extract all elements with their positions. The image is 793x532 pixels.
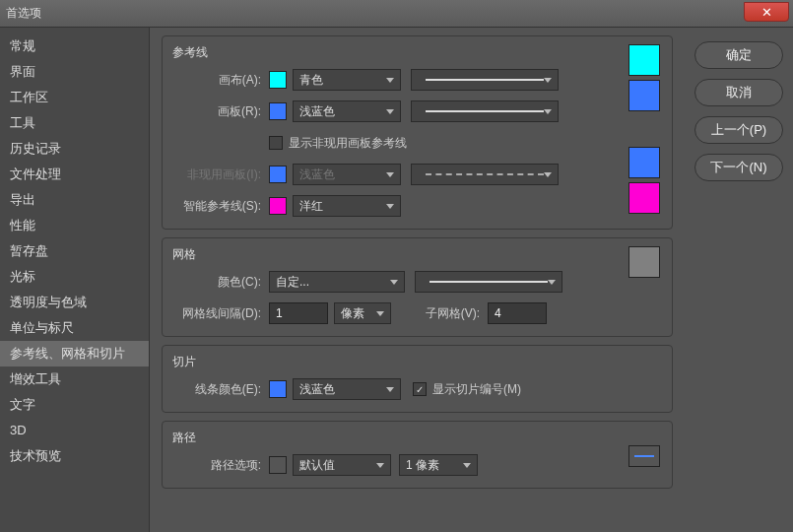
show-inactive-label: 显示非现用画板参考线 xyxy=(289,135,407,152)
inactive-line-style xyxy=(411,164,559,185)
path-options-label: 路径选项: xyxy=(172,457,261,474)
next-button[interactable]: 下一个(N) xyxy=(694,154,783,181)
path-preview xyxy=(628,445,660,467)
guides-section: 参考线 画布(A): 青色 画板(R): 浅蓝色 显示非现用画板参考线 xyxy=(162,35,673,230)
sidebar-item-1[interactable]: 界面 xyxy=(0,59,149,85)
slice-swatch[interactable] xyxy=(269,380,287,398)
subdiv-label: 子网格(V): xyxy=(411,305,480,322)
show-inactive-checkbox[interactable] xyxy=(269,136,283,150)
sidebar-item-13[interactable]: 增效工具 xyxy=(0,366,149,392)
canvas-big-swatch[interactable] xyxy=(628,44,660,76)
artboard-line-style[interactable] xyxy=(411,100,559,122)
inactive-select: 浅蓝色 xyxy=(293,164,401,185)
artboard-swatch[interactable] xyxy=(269,102,287,120)
sidebar-item-2[interactable]: 工作区 xyxy=(0,85,149,110)
button-column: 确定 取消 上一个(P) 下一个(N) xyxy=(685,28,793,532)
grid-line-style[interactable] xyxy=(415,271,562,293)
smart-big-swatch[interactable] xyxy=(628,182,660,214)
slices-section: 切片 线条颜色(E): 浅蓝色 ✓ 显示切片编号(M) xyxy=(162,345,673,413)
inactive-big-swatch[interactable] xyxy=(628,147,660,178)
sidebar-item-7[interactable]: 性能 xyxy=(0,213,149,238)
show-inactive-row: 显示非现用画板参考线 xyxy=(172,132,662,154)
gridline-label: 网格线间隔(D): xyxy=(172,305,261,322)
guides-title: 参考线 xyxy=(172,44,662,61)
sidebar-item-6[interactable]: 导出 xyxy=(0,187,149,213)
grid-color-label: 颜色(C): xyxy=(172,274,261,291)
smart-select[interactable]: 洋红 xyxy=(293,195,401,217)
sidebar-item-4[interactable]: 历史记录 xyxy=(0,136,149,162)
path-thickness-select[interactable]: 1 像素 xyxy=(399,454,478,476)
show-slice-numbers-checkbox[interactable]: ✓ xyxy=(413,382,427,396)
grid-big-swatch[interactable] xyxy=(628,246,660,278)
inactive-label: 非现用画板(I): xyxy=(172,166,261,183)
path-swatch[interactable] xyxy=(269,456,287,474)
canvas-select[interactable]: 青色 xyxy=(293,69,401,91)
window-title: 首选项 xyxy=(6,5,41,22)
slice-color-select[interactable]: 浅蓝色 xyxy=(293,378,401,400)
gridline-input[interactable] xyxy=(269,302,328,324)
content: 参考线 画布(A): 青色 画板(R): 浅蓝色 显示非现用画板参考线 xyxy=(150,28,685,532)
sidebar-item-11[interactable]: 单位与标尺 xyxy=(0,315,149,341)
main: 常规界面工作区工具历史记录文件处理导出性能暂存盘光标透明度与色域单位与标尺参考线… xyxy=(0,28,793,532)
smart-label: 智能参考线(S): xyxy=(172,198,261,215)
sidebar-item-16[interactable]: 技术预览 xyxy=(0,443,149,469)
gridline-row: 网格线间隔(D): 像素 子网格(V): xyxy=(172,302,662,324)
slice-color-row: 线条颜色(E): 浅蓝色 ✓ 显示切片编号(M) xyxy=(172,378,662,400)
canvas-swatch[interactable] xyxy=(269,71,287,89)
canvas-label: 画布(A): xyxy=(172,72,261,89)
artboard-select[interactable]: 浅蓝色 xyxy=(293,100,401,122)
artboard-big-swatch[interactable] xyxy=(628,80,660,111)
path-options-row: 路径选项: 默认值 1 像素 xyxy=(172,454,662,476)
smart-row: 智能参考线(S): 洋红 xyxy=(172,195,662,217)
gridline-unit[interactable]: 像素 xyxy=(334,302,391,324)
canvas-row: 画布(A): 青色 xyxy=(172,69,662,91)
artboard-row: 画板(R): 浅蓝色 xyxy=(172,100,662,122)
close-button[interactable]: ✕ xyxy=(744,2,789,22)
grid-title: 网格 xyxy=(172,246,662,263)
sidebar-item-15[interactable]: 3D xyxy=(0,418,149,443)
close-icon: ✕ xyxy=(761,5,772,20)
sidebar-item-3[interactable]: 工具 xyxy=(0,110,149,136)
canvas-line-style[interactable] xyxy=(411,69,559,91)
grid-section: 网格 颜色(C): 自定... 网格线间隔(D): 像素 子网格(V): xyxy=(162,237,673,337)
sidebar: 常规界面工作区工具历史记录文件处理导出性能暂存盘光标透明度与色域单位与标尺参考线… xyxy=(0,28,150,532)
slices-title: 切片 xyxy=(172,354,662,370)
sidebar-item-0[interactable]: 常规 xyxy=(0,33,149,59)
paths-title: 路径 xyxy=(172,430,662,446)
sidebar-item-12[interactable]: 参考线、网格和切片 xyxy=(0,341,149,366)
cancel-button[interactable]: 取消 xyxy=(694,79,783,106)
grid-color-select[interactable]: 自定... xyxy=(269,271,405,293)
smart-swatch[interactable] xyxy=(269,197,287,215)
sidebar-item-5[interactable]: 文件处理 xyxy=(0,162,149,187)
sidebar-item-9[interactable]: 光标 xyxy=(0,264,149,290)
show-slice-numbers-label: 显示切片编号(M) xyxy=(432,381,521,398)
inactive-swatch xyxy=(269,166,287,183)
path-options-select[interactable]: 默认值 xyxy=(293,454,391,476)
prev-button[interactable]: 上一个(P) xyxy=(694,116,783,144)
subdiv-input[interactable] xyxy=(488,302,547,324)
ok-button[interactable]: 确定 xyxy=(694,41,783,69)
sidebar-item-10[interactable]: 透明度与色域 xyxy=(0,290,149,315)
paths-section: 路径 路径选项: 默认值 1 像素 xyxy=(162,421,673,489)
titlebar: 首选项 ✕ xyxy=(0,0,793,28)
inactive-row: 非现用画板(I): 浅蓝色 xyxy=(172,164,662,185)
slice-color-label: 线条颜色(E): xyxy=(172,381,261,398)
sidebar-item-14[interactable]: 文字 xyxy=(0,392,149,418)
artboard-label: 画板(R): xyxy=(172,103,261,120)
grid-color-row: 颜色(C): 自定... xyxy=(172,271,662,293)
sidebar-item-8[interactable]: 暂存盘 xyxy=(0,238,149,264)
